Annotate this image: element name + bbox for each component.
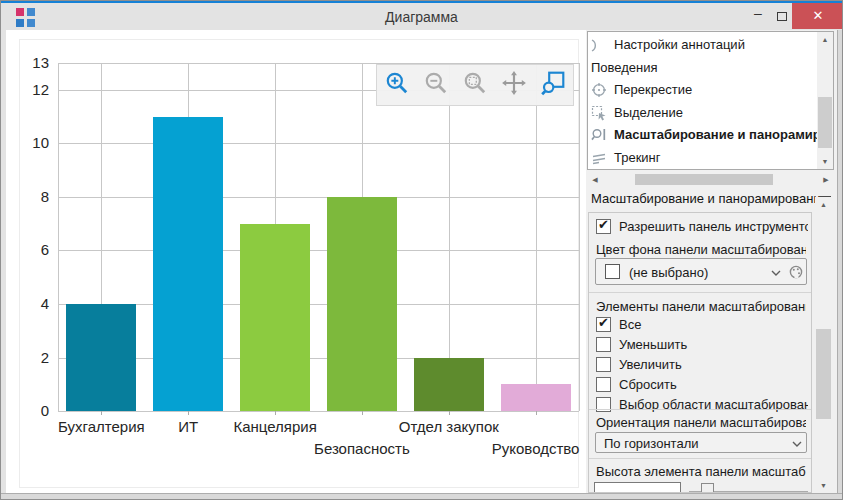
element-option-row[interactable]: Сбросить	[596, 376, 808, 396]
zoom-pan-settings-group: ✔ Разрешить панель инструменто... Цвет ф…	[588, 212, 812, 493]
bg-color-label: Цвет фона панели масштабирования	[596, 242, 806, 257]
element-height-input[interactable]	[594, 482, 681, 493]
orientation-combobox[interactable]: По горизонтали	[595, 432, 807, 453]
settings-scrollbar[interactable]: ▲ ▼	[815, 197, 832, 493]
x-axis-label: Безопасность	[314, 440, 410, 457]
element-option-row[interactable]: ✔Все	[596, 316, 808, 336]
plot-right-border	[579, 63, 580, 411]
checkbox[interactable]	[596, 337, 611, 352]
list-item[interactable]: Трекинг	[588, 147, 818, 169]
allow-toolbar-label: Разрешить панель инструменто...	[619, 219, 808, 234]
scroll-down-icon[interactable]: ▼	[815, 478, 832, 493]
x-axis-label: Отдел закупок	[399, 418, 499, 435]
list-scrollbar-thumb[interactable]	[818, 97, 832, 148]
x-axis-tick	[188, 411, 189, 415]
y-axis-label: 4	[6, 295, 49, 312]
element-option-row[interactable]: Уменьшить	[596, 336, 808, 356]
scroll-up-icon[interactable]: ▲	[817, 32, 833, 47]
list-item[interactable]: Масштабирование и панорамирование	[588, 124, 818, 146]
gridline	[58, 411, 579, 412]
horizontal-scrollbar[interactable]: ◀ ▶	[588, 173, 833, 186]
gridline	[58, 143, 579, 144]
y-axis-label: 12	[6, 81, 49, 98]
scroll-left-icon[interactable]: ◀	[588, 173, 602, 186]
element-height-label: Высота элемента панели масштабирования	[596, 464, 806, 479]
color-picker-icon[interactable]	[788, 264, 804, 283]
scroll-up-icon[interactable]: ▲	[815, 197, 832, 212]
checkbox[interactable]	[596, 377, 611, 392]
orientation-value: По горизонтали	[604, 435, 698, 450]
allow-toolbar-checkbox-row[interactable]: ✔ Разрешить панель инструменто...	[596, 218, 808, 238]
list-item-label: Трекинг	[614, 150, 661, 165]
checkbox-label: Все	[619, 317, 641, 332]
bar[interactable]	[327, 197, 397, 411]
settings-scrollbar-thumb[interactable]	[816, 329, 831, 419]
x-axis-label: Бухгалтерия	[58, 418, 145, 435]
close-button[interactable]: ✕	[792, 3, 843, 29]
list-item-label: Поведения	[591, 60, 658, 75]
chevron-down-icon	[768, 265, 784, 281]
pan-icon	[501, 70, 527, 100]
section-header: Масштабирование и панорамирование	[591, 191, 831, 209]
list-scrollbar[interactable]: ▲ ▼	[817, 32, 833, 169]
app-window: Диаграмма – ✕ 02468101213БухгалтерияИТКа…	[0, 0, 843, 500]
window-border-bottom	[1, 493, 843, 500]
y-axis-label: 10	[6, 134, 49, 151]
zoom-extents-button[interactable]	[457, 67, 493, 103]
orientation-label: Ориентация панели масштабирования	[596, 415, 806, 430]
gridline	[536, 63, 537, 411]
titlebar[interactable]: Диаграмма – ✕	[1, 3, 842, 30]
bg-color-combobox[interactable]: (не выбрано)	[595, 258, 807, 285]
zoom-pan-icon	[591, 127, 607, 143]
zoom-out-icon	[423, 70, 449, 100]
scroll-down-icon[interactable]: ▼	[817, 154, 833, 169]
x-axis-tick	[101, 411, 102, 415]
tracking-icon	[591, 150, 607, 166]
bar[interactable]	[501, 384, 571, 411]
x-axis-tick	[362, 411, 363, 415]
y-axis-label: 8	[6, 188, 49, 205]
y-axis-label: 0	[6, 402, 49, 419]
scroll-right-icon[interactable]: ▶	[819, 173, 833, 186]
horizontal-scrollbar-thumb[interactable]	[635, 174, 773, 185]
element-option-row[interactable]: Увеличить	[596, 356, 808, 376]
color-swatch	[605, 264, 620, 279]
crosshair-icon	[591, 82, 607, 98]
x-axis-label: Руководство	[492, 440, 580, 457]
window-title: Диаграмма	[385, 9, 458, 25]
zoom-extents-icon	[462, 70, 488, 100]
elements-label: Элементы панели масштабирования	[596, 299, 806, 314]
rubber-band-zoom-icon	[540, 70, 566, 100]
y-axis-label: 2	[6, 349, 49, 366]
window-content: 02468101213БухгалтерияИТКанцелярияБезопа…	[1, 30, 843, 493]
bar[interactable]	[414, 358, 484, 412]
zoom-out-button[interactable]	[418, 67, 454, 103]
list-item[interactable]: Выделение	[588, 102, 818, 124]
window-border-right	[837, 30, 843, 500]
allow-toolbar-checkbox[interactable]: ✔	[596, 219, 611, 234]
list-item[interactable]: Настройки аннотаций	[588, 34, 818, 56]
gridline	[58, 250, 579, 251]
checkbox-label: Сбросить	[619, 377, 677, 392]
bar[interactable]	[240, 224, 310, 411]
check-icon: ✔	[598, 218, 609, 232]
behaviors-list[interactable]: Настройки аннотацийПоведения Перекрестие…	[587, 31, 834, 170]
x-axis-label: ИТ	[178, 418, 198, 435]
element-option-row[interactable]: Выбор области масштабирования	[596, 396, 808, 416]
separator	[589, 409, 811, 410]
list-item[interactable]: Перекрестие	[588, 79, 818, 101]
rubber-band-zoom-button[interactable]	[535, 67, 571, 103]
chart-surface: 02468101213БухгалтерияИТКанцелярияБезопа…	[6, 30, 586, 493]
bar[interactable]	[153, 117, 223, 412]
slider-thumb[interactable]	[701, 483, 714, 493]
pan-button[interactable]	[496, 67, 532, 103]
checkbox[interactable]	[596, 357, 611, 372]
list-item-label: Масштабирование и панорамирование	[614, 127, 818, 142]
bar[interactable]	[66, 304, 136, 411]
x-axis-tick	[275, 411, 276, 415]
zoom-in-button[interactable]	[379, 67, 415, 103]
y-axis-label: 6	[6, 241, 49, 258]
checkbox[interactable]: ✔	[596, 317, 611, 332]
app-icon	[16, 8, 35, 27]
chevron-down-icon	[789, 436, 805, 452]
